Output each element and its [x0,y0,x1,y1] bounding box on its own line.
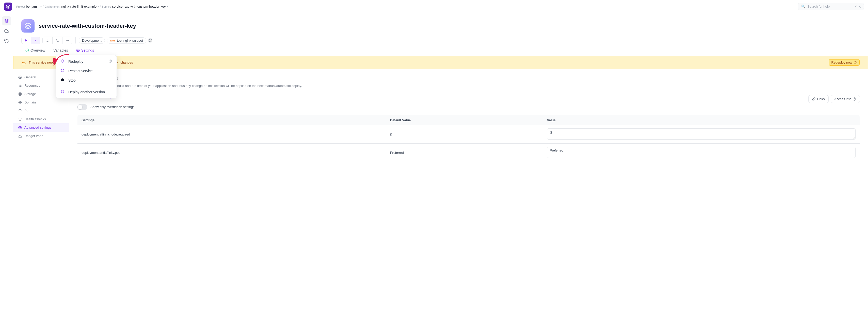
env-name: nginx-rate-limit-example [61,5,96,8]
terminal-button[interactable] [43,37,53,44]
default-value-1: {} [386,125,543,143]
nav-advanced-settings[interactable]: Advanced settings [13,123,69,132]
alert-banner: This service needs to be redeployed to a… [13,56,868,69]
sep2: / [100,5,101,8]
tabs: Overview Variables Settings [13,45,868,56]
svg-point-15 [20,77,21,78]
service-name-breadcrumb: service-rate-with-custom-header-key [112,5,165,8]
svg-point-31 [61,78,64,81]
service-avatar [21,19,34,32]
dropdown-restart[interactable]: Restart Service [58,66,115,76]
dropdown-deploy-version[interactable]: Deploy another version [58,87,115,96]
svg-point-7 [68,40,68,41]
nav-health-checks[interactable]: Health Checks [13,115,69,123]
domain-icon [18,101,22,104]
health-checks-icon [18,117,22,121]
search-key: K [859,5,861,8]
search-icon: 🔍 [801,5,805,8]
play-button[interactable] [22,37,31,44]
content-area: General Resources Storage Domain [13,69,868,169]
svg-point-22 [19,92,22,93]
links-label: Links [817,97,825,101]
override-toggle[interactable] [77,104,87,110]
nav-advanced-settings-label: Advanced settings [24,126,51,130]
app-logo[interactable] [4,3,12,11]
nav-resources-label: Resources [24,84,40,87]
sep1: / [43,5,44,8]
environment-tag[interactable]: Development [79,37,105,44]
redeploy-label: Redeploy now [831,60,852,64]
dropdown-deploy-version-label: Deploy another version [68,90,105,94]
project-crumb[interactable]: benjamin ▾ [26,5,42,8]
aws-tag-label: test-nginx-snippet [117,39,143,43]
sidebar-history-btn[interactable] [2,36,11,46]
col-settings: Settings [78,115,386,125]
refresh-button[interactable] [148,38,152,43]
settings-table: Settings Default Value Value deployment.… [77,115,860,162]
restart-icon [61,68,66,73]
right-actions: Links Access info [808,95,860,103]
icon-sidebar [0,13,13,331]
section-description: Settings are injected at the build and r… [77,83,860,88]
env-label: Environment [45,5,60,8]
aws-tag[interactable]: aws test-nginx-snippet [107,37,146,44]
tab-variables[interactable]: Variables [49,45,72,56]
dropdown-chevron-button[interactable] [31,37,40,44]
main-content: service-rate-with-custom-header-key [13,13,868,331]
project-name: benjamin [26,5,39,8]
service-label: Service [102,5,111,8]
alert-icon [22,60,26,64]
tabs-section: Overview Variables Settings Links [13,45,868,56]
nav-port-label: Port [24,109,30,113]
dropdown-menu: Redeploy Restart Service Stop [56,55,117,99]
app-body: service-rate-with-custom-header-key [0,13,868,331]
value-input-1[interactable]: {} [547,128,856,140]
svg-point-9 [78,50,79,51]
search-box[interactable]: 🔍 Search for help ✕ K [798,3,864,10]
service-crumb[interactable]: service-rate-with-custom-header-key ▾ [112,5,168,8]
tab-overview[interactable]: Overview [21,45,49,56]
project-chevron: ▾ [40,5,42,8]
redeploy-link[interactable]: Redeploy now [829,59,860,65]
svg-rect-1 [46,39,49,41]
svg-point-6 [67,40,67,41]
more-button[interactable] [62,37,72,44]
nav-domain[interactable]: Domain [13,98,69,107]
links-button[interactable]: Links [808,95,828,103]
env-tag-label: Development [82,39,101,43]
setting-name-1: deployment.affinity.node.required [78,125,386,143]
service-title-row: service-rate-with-custom-header-key [21,19,860,32]
stop-icon [61,78,66,82]
aws-icon: aws [110,39,116,42]
nav-storage-label: Storage [24,92,36,96]
terminal-btn-group [42,36,72,44]
nav-port[interactable]: Port [13,107,69,115]
dropdown-stop[interactable]: Stop [58,76,115,85]
general-icon [18,76,22,79]
env-crumb[interactable]: nginx-rate-limit-example ▾ [61,5,99,8]
toggle-label: Show only overridden settings [90,105,134,109]
nav-danger-zone-label: Danger zone [24,134,43,138]
dropdown-redeploy-label: Redeploy [68,59,83,63]
shell-button[interactable] [53,37,62,44]
nav-danger-zone[interactable]: Danger zone [13,132,69,140]
dropdown-redeploy[interactable]: Redeploy [58,57,115,66]
service-name-title: service-rate-with-custom-header-key [39,23,136,29]
resources-icon [18,84,22,87]
value-cell-1: {} [543,125,860,143]
sidebar-layers-btn[interactable] [2,16,11,25]
nav-domain-label: Domain [24,101,36,104]
dropdown-restart-label: Restart Service [68,69,93,73]
settings-content: Advanced Settings Settings are injected … [69,69,868,169]
advanced-settings-icon [18,126,22,130]
search-close[interactable]: ✕ [855,5,857,8]
value-input-2[interactable]: Preferred [547,147,856,158]
deploy-btn-group [21,37,40,44]
breadcrumb: Project benjamin ▾ / Environment nginx-r… [16,5,168,8]
tab-settings[interactable]: Settings [72,45,98,56]
access-info-button[interactable]: Access info [831,95,860,103]
svg-point-5 [66,40,66,41]
sidebar-cloud-btn[interactable] [2,26,11,35]
svg-point-25 [20,127,21,128]
section-title: Advanced Settings [77,76,860,81]
